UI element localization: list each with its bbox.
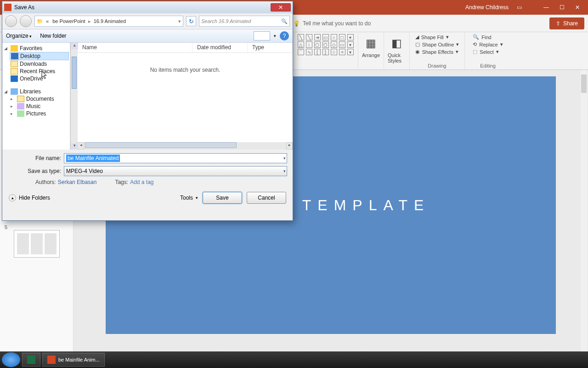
share-icon: ⇪	[556, 20, 560, 27]
refresh-button[interactable]: ↻	[186, 16, 196, 26]
scroll-thumb	[72, 57, 77, 89]
ribbon-shapes-gallery[interactable]: ╲╲➜▭○□▾ △↕⬠⬡◇▭▾ ⌒∿{}☆✧▾	[294, 32, 358, 69]
file-name-label: File name:	[8, 155, 61, 161]
workspace-scrollbar[interactable]	[581, 70, 587, 352]
tools-button[interactable]: Tools▾	[180, 195, 198, 201]
help-button[interactable]: ?	[280, 31, 289, 40]
new-folder-button[interactable]: New folder	[40, 33, 66, 39]
col-name[interactable]: Name	[78, 43, 192, 52]
file-hscroll[interactable]: ◂ ▸	[78, 142, 293, 150]
excel-icon	[27, 356, 35, 364]
desktop-icon	[11, 53, 18, 59]
organize-button[interactable]: Organize	[6, 33, 32, 39]
pictures-icon	[17, 110, 24, 117]
tags-label: Tags:	[115, 179, 128, 185]
tree-scrollbar[interactable]: ▴ ▾	[70, 43, 78, 150]
close-icon[interactable]: ✕	[571, 4, 584, 11]
taskbar-excel[interactable]	[22, 353, 40, 367]
save-type-label: Save as type:	[8, 168, 61, 174]
tree-pictures[interactable]: ▸Pictures	[10, 110, 69, 117]
quick-styles-button[interactable]: ◧ Quick Styles	[384, 32, 410, 69]
maximize-icon[interactable]: ☐	[555, 4, 569, 11]
empty-message: No items match your search.	[78, 53, 293, 142]
slide-thumb-5[interactable]	[14, 230, 60, 258]
dialog-title: Save As	[14, 4, 34, 11]
search-icon[interactable]: 🔍	[281, 18, 288, 24]
taskbar-app-label: be Mainfile Anim...	[58, 357, 100, 362]
tree-libraries[interactable]: ◢Libraries	[3, 88, 69, 95]
dialog-toolbar: Organize New folder ▾ ?	[2, 29, 293, 43]
dialog-close-button[interactable]: ✕	[271, 3, 291, 12]
col-type[interactable]: Type	[248, 43, 293, 52]
ribbon-options-icon[interactable]: ▭	[517, 4, 522, 11]
search-input[interactable]: Search 16.9 Animated 🔍	[199, 16, 290, 27]
documents-icon	[17, 96, 24, 102]
tree-downloads[interactable]: Downloads	[10, 60, 69, 68]
col-modified[interactable]: Date modified	[192, 43, 248, 52]
file-list-header[interactable]: Name Date modified Type	[78, 43, 293, 53]
shape-effects-button[interactable]: ◉ Shape Effects ▾	[415, 49, 459, 55]
breadcrumb-dropdown-icon[interactable]: ▾	[178, 18, 181, 24]
filename-dropdown-icon[interactable]: ▾	[283, 156, 286, 161]
start-button[interactable]	[2, 352, 20, 367]
share-button[interactable]: ⇪ Share	[549, 17, 584, 29]
ribbon-editing: 🔍 Find ⟲ Replace ▾ ⬚ Select ▾ Editing	[465, 32, 511, 69]
dialog-form: File name: be Mainfile Animated ▾ Save a…	[2, 150, 293, 188]
minimize-icon[interactable]: —	[539, 4, 553, 11]
music-icon	[17, 103, 24, 109]
file-list[interactable]: Name Date modified Type No items match y…	[78, 43, 293, 150]
downloads-icon	[11, 61, 18, 67]
address-breadcrumb[interactable]: 📁 « be PowerPoint ▸ 16.9 Animated ▾	[34, 16, 183, 27]
shape-fill-button[interactable]: ◢ Shape Fill ▾	[415, 34, 459, 40]
forward-button[interactable]	[20, 15, 32, 27]
editing-group-label: Editing	[465, 63, 511, 69]
tree-recent[interactable]: Recent Places	[10, 68, 69, 75]
onedrive-icon	[11, 75, 18, 82]
tree-onedrive[interactable]: OneDrive	[10, 75, 69, 82]
authors-label: Authors:	[35, 179, 56, 185]
show-desktop-button[interactable]	[581, 353, 586, 367]
find-button[interactable]: 🔍 Find	[473, 34, 503, 40]
tree-desktop[interactable]: Desktop	[10, 52, 69, 60]
thumb-number-5: 5	[5, 224, 70, 230]
taskbar[interactable]: be Mainfile Anim...	[0, 351, 588, 368]
hscroll-right-icon: ▸	[286, 142, 293, 150]
dialog-titlebar[interactable]: Save As ✕	[2, 1, 293, 13]
ribbon-shape-format: ◢ Shape Fill ▾ ▢ Shape Outline ▾ ◉ Shape…	[410, 32, 465, 69]
tree-music[interactable]: ▸Music	[10, 103, 69, 110]
dialog-body: ◢Favorites Desktop Downloads Recent Plac…	[2, 43, 293, 150]
tree-documents[interactable]: ▸Documents	[10, 95, 69, 103]
add-tag-link[interactable]: Add a tag	[130, 179, 153, 185]
hscroll-left-icon: ◂	[78, 142, 84, 150]
powerpoint-icon	[47, 356, 56, 364]
chevron-up-icon: ▴	[9, 194, 16, 201]
libraries-icon	[11, 88, 18, 95]
save-button[interactable]: Save	[203, 192, 242, 204]
cancel-button[interactable]: Cancel	[247, 192, 286, 204]
shape-outline-button[interactable]: ▢ Shape Outline ▾	[415, 41, 459, 47]
drawing-group-label: Drawing	[410, 63, 464, 69]
tellme-text[interactable]: Tell me what you want to do	[303, 20, 371, 27]
view-mode-button[interactable]	[254, 31, 270, 40]
view-dropdown-icon[interactable]: ▾	[274, 34, 276, 38]
chevron-right-icon[interactable]: ▸	[88, 18, 91, 24]
hide-folders-button[interactable]: ▴ Hide Folders	[9, 194, 50, 201]
arrange-button[interactable]: ▦ Arrange	[358, 32, 384, 69]
tellme-icon: 💡	[293, 20, 300, 27]
taskbar-powerpoint[interactable]: be Mainfile Anim...	[42, 353, 105, 367]
savetype-dropdown-icon[interactable]: ▾	[283, 169, 286, 173]
hscroll-thumb	[85, 142, 237, 148]
breadcrumb-seg2[interactable]: 16.9 Animated	[93, 18, 127, 24]
tree-favorites[interactable]: ◢Favorites	[3, 45, 69, 52]
folder-tree[interactable]: ◢Favorites Desktop Downloads Recent Plac…	[2, 43, 70, 150]
recent-icon	[11, 68, 18, 75]
dialog-nav: 📁 « be PowerPoint ▸ 16.9 Animated ▾ ↻ Se…	[2, 13, 293, 29]
file-name-input[interactable]: be Mainfile Animated ▾	[64, 153, 287, 163]
replace-button[interactable]: ⟲ Replace ▾	[473, 41, 503, 47]
back-button[interactable]	[5, 15, 17, 27]
authors-value[interactable]: Serkan Elbasan	[58, 179, 97, 185]
breadcrumb-seg1[interactable]: be PowerPoint	[51, 18, 86, 24]
save-type-select[interactable]: MPEG-4 Video ▾	[64, 166, 287, 176]
save-type-value: MPEG-4 Video	[66, 168, 103, 174]
select-button[interactable]: ⬚ Select ▾	[473, 49, 503, 55]
